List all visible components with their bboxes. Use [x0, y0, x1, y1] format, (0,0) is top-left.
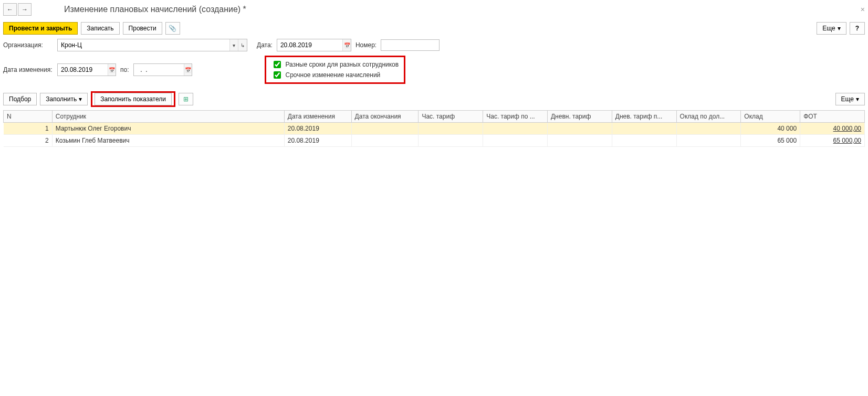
table-row[interactable]: 2Козьмин Глеб Матвеевич20.08.201965 0006…: [4, 135, 865, 147]
change-date-label: Дата изменения:: [3, 66, 53, 73]
table-icon: ⊞: [183, 95, 189, 103]
cell-hour-tariff-pos: [483, 123, 548, 135]
table-more-button[interactable]: Еще ▾: [835, 93, 865, 105]
cell-salary: 65 000: [741, 135, 800, 147]
highlight-fill-indicators: Заполнить показатели: [91, 91, 175, 107]
chevron-down-icon: ▾: [856, 95, 859, 103]
cell-salary-pos: [676, 123, 741, 135]
nav-back-button[interactable]: ←: [3, 3, 17, 16]
col-day-tariff-pos[interactable]: Днев. тариф п...: [612, 111, 676, 123]
cell-salary: 40 000: [741, 123, 800, 135]
chevron-down-icon: ▾: [79, 95, 82, 103]
cell-fot: 40 000,00: [800, 123, 865, 135]
cell-end-date: [351, 123, 419, 135]
cell-salary-pos: [676, 135, 741, 147]
to-label: по:: [120, 66, 129, 73]
page-title: Изменение плановых начислений (создание)…: [64, 5, 246, 14]
cell-fot: 65 000,00: [800, 135, 865, 147]
cell-n: 1: [4, 123, 53, 135]
paperclip-icon: 📎: [169, 25, 176, 32]
help-button[interactable]: ?: [850, 22, 865, 35]
write-button[interactable]: Записать: [81, 22, 119, 35]
col-end-date[interactable]: Дата окончания: [351, 111, 419, 123]
cell-hour-tariff: [419, 135, 483, 147]
date-input[interactable]: [277, 40, 343, 50]
cell-day-tariff-pos: [612, 135, 676, 147]
cell-employee: Козьмин Глеб Матвеевич: [52, 135, 284, 147]
table-row[interactable]: 1Мартынюк Олег Егорович20.08.201940 0004…: [4, 123, 865, 135]
col-employee[interactable]: Сотрудник: [52, 111, 284, 123]
close-icon[interactable]: ×: [861, 5, 865, 14]
pick-button[interactable]: Подбор: [3, 93, 37, 105]
calendar-icon[interactable]: 📅: [342, 39, 350, 51]
urgent-checkbox[interactable]: [274, 71, 281, 79]
cell-n: 2: [4, 135, 53, 147]
more-button[interactable]: Еще ▾: [817, 22, 846, 35]
post-and-close-button[interactable]: Провести и закрыть: [3, 22, 78, 35]
table-tool-button[interactable]: ⊞: [179, 93, 193, 105]
col-day-tariff[interactable]: Дневн. тариф: [547, 111, 612, 123]
cell-change-date: 20.08.2019: [284, 123, 351, 135]
cell-day-tariff: [547, 135, 612, 147]
col-fot[interactable]: ФОТ: [800, 111, 865, 123]
cell-change-date: 20.08.2019: [284, 135, 351, 147]
col-n[interactable]: N: [4, 111, 53, 123]
change-date-input[interactable]: [58, 65, 108, 75]
cell-hour-tariff: [419, 123, 483, 135]
org-dropdown-icon[interactable]: ▾: [229, 39, 238, 51]
highlight-checkbox-group: Разные сроки для разных сотрудников Сроч…: [265, 56, 406, 84]
calendar-icon[interactable]: 📅: [184, 64, 192, 76]
cell-day-tariff: [547, 123, 612, 135]
col-change-date[interactable]: Дата изменения: [284, 111, 351, 123]
fill-button[interactable]: Заполнить ▾: [40, 93, 88, 105]
date-label: Дата:: [257, 41, 273, 49]
diff-dates-label: Разные сроки для разных сотрудников: [286, 61, 399, 68]
cell-day-tariff-pos: [612, 123, 676, 135]
col-salary-pos[interactable]: Оклад по дол...: [676, 111, 741, 123]
to-date-input[interactable]: [134, 65, 184, 75]
cell-employee: Мартынюк Олег Егорович: [52, 123, 284, 135]
cell-end-date: [351, 135, 419, 147]
cell-hour-tariff-pos: [483, 135, 548, 147]
urgent-label: Срочное изменение начислений: [286, 71, 381, 79]
col-salary[interactable]: Оклад: [741, 111, 800, 123]
org-label: Организация:: [3, 41, 53, 49]
nav-forward-button[interactable]: →: [18, 3, 32, 16]
org-input[interactable]: [58, 40, 229, 50]
employees-table: N Сотрудник Дата изменения Дата окончани…: [3, 110, 865, 147]
attach-button[interactable]: 📎: [165, 22, 180, 35]
number-input[interactable]: [381, 40, 439, 50]
fill-indicators-button[interactable]: Заполнить показатели: [95, 93, 172, 105]
number-label: Номер:: [355, 41, 377, 49]
chevron-down-icon: ▾: [838, 25, 841, 32]
post-button[interactable]: Провести: [123, 22, 162, 35]
col-hour-tariff-pos[interactable]: Час. тариф по ...: [483, 111, 548, 123]
calendar-icon[interactable]: 📅: [108, 64, 116, 76]
org-open-icon[interactable]: ↳: [238, 39, 247, 51]
col-hour-tariff[interactable]: Час. тариф: [419, 111, 483, 123]
diff-dates-checkbox[interactable]: [274, 61, 281, 68]
